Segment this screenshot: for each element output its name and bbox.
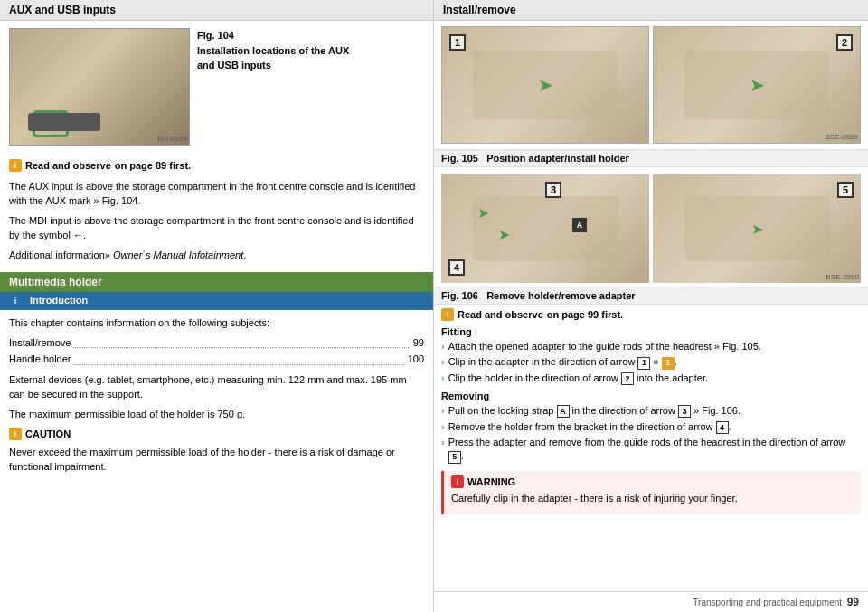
caution-title: CAUTION bbox=[25, 427, 71, 442]
toc-label-1: Install/remove bbox=[9, 335, 71, 351]
warning-header: ! WARNING bbox=[451, 475, 854, 488]
fig106-img-left: 4 A 3 ➤ ➤ bbox=[441, 174, 649, 283]
fitting-text-2: Clip in the adapter in the direction of … bbox=[448, 355, 677, 369]
removing-bullet-2: › Remove the holder from the bracket in … bbox=[441, 420, 861, 434]
right-read-observe-icon: ! bbox=[441, 308, 454, 321]
removing-text-2: Remove the holder from the bracket in th… bbox=[448, 420, 731, 434]
right-read-observe-page: on page 99 first. bbox=[547, 309, 623, 320]
fig105-caption-bar: Fig. 105 Position adapter/install holder bbox=[434, 149, 868, 167]
page-number: 99 bbox=[847, 596, 859, 608]
aux-fig-caption: Fig. 104 Installation locations of the A… bbox=[197, 28, 349, 73]
badge-inline-3: 3 bbox=[678, 405, 691, 418]
fitting-arrow-2: › bbox=[441, 355, 445, 369]
toc-label-2: Handle holder bbox=[9, 352, 71, 367]
multimedia-content: This chapter contains information on the… bbox=[0, 310, 433, 485]
aux-content: i Read and observe on page 89 first. The… bbox=[0, 153, 433, 272]
chapter-text: This chapter contains information on the… bbox=[9, 315, 424, 331]
badge-2: 2 bbox=[836, 34, 853, 51]
left-panel: AUX and USB inputs BIT-0245 Fig. 104 Ins… bbox=[0, 0, 434, 612]
aux-para1: The AUX input is above the storage compa… bbox=[9, 179, 424, 209]
right-read-observe-label: Read and observe bbox=[458, 309, 543, 320]
warning-text: Carefully clip in the adapter - there is… bbox=[451, 491, 854, 506]
aux-fig-area: BIT-0245 Fig. 104 Installation locations… bbox=[0, 21, 433, 153]
fitting-text-1: Attach the opened adapter to the guide r… bbox=[448, 340, 761, 353]
caution-text: Never exceed the maximum permissible loa… bbox=[9, 445, 424, 475]
badge-A: A bbox=[572, 218, 587, 232]
aux-para3-italic: Owner´s Manual Infotainment bbox=[113, 250, 243, 260]
aux-section-title: AUX and USB inputs bbox=[9, 4, 116, 16]
badge-3: 3 bbox=[545, 182, 561, 198]
max-load-para: The maximum permissible load of the hold… bbox=[9, 407, 424, 422]
removing-arrow-3: › bbox=[441, 436, 445, 464]
fig105-area: 1 ➤ 2 ➤ BSE-0589 bbox=[434, 21, 868, 149]
install-section-header: Install/remove bbox=[434, 0, 868, 21]
fitting-bullet-3: › Clip the holder in the direction of ar… bbox=[441, 372, 861, 385]
badge-inline-2: 2 bbox=[621, 372, 634, 385]
right-panel: Install/remove 1 ➤ 2 ➤ BSE-0589 Fig. 105… bbox=[434, 0, 868, 612]
arrow-green-3: ➤ bbox=[498, 226, 510, 243]
warning-box: ! WARNING Carefully clip in the adapter … bbox=[441, 471, 861, 515]
badge-inline-4: 4 bbox=[716, 421, 729, 434]
intro-section-header: i Introduction bbox=[0, 292, 433, 310]
fig105-num: Fig. 105 bbox=[441, 153, 478, 164]
external-para: External devices (e.g. tablet, smartphon… bbox=[9, 372, 424, 402]
aux-img-label: BIT-0245 bbox=[158, 135, 187, 143]
right-read-observe: ! Read and observe on page 99 first. bbox=[441, 308, 861, 321]
fig106-img-right: 5 ➤ BSE-0590 bbox=[653, 174, 861, 283]
arrow-green-2: ➤ bbox=[750, 74, 765, 96]
arrow-green-1: ➤ bbox=[538, 74, 553, 96]
removing-arrow-2: › bbox=[441, 420, 445, 434]
right-wrapper: Install/remove 1 ➤ 2 ➤ BSE-0589 Fig. 105… bbox=[434, 0, 868, 612]
aux-read-observe: i Read and observe on page 89 first. bbox=[9, 158, 424, 174]
removing-text-1: Pull on the locking strap A in the direc… bbox=[448, 404, 741, 418]
fitting-section: ! Read and observe on page 99 first. Fit… bbox=[434, 308, 868, 523]
aux-fig-num: Fig. 104 bbox=[197, 28, 349, 43]
read-observe-icon: i bbox=[9, 159, 22, 172]
aux-circle-highlight bbox=[33, 110, 69, 137]
aux-para3: Additional information» Owner´s Manual I… bbox=[9, 248, 424, 263]
fitting-text-3: Clip the holder in the direction of arro… bbox=[448, 372, 708, 385]
toc-dots-2 bbox=[74, 364, 405, 365]
removing-bullet-1: › Pull on the locking strap A in the dir… bbox=[441, 404, 861, 418]
aux-para2: The MDI input is above the storage compa… bbox=[9, 213, 424, 243]
toc-dots-1 bbox=[73, 347, 410, 348]
removing-text-3: Press the adapter and remove from the gu… bbox=[448, 436, 861, 464]
fig105-img-label: BSE-0589 bbox=[826, 133, 858, 141]
footer-bar: Transporting and practical equipment 99 bbox=[434, 591, 868, 612]
removing-title: Removing bbox=[441, 391, 861, 401]
warning-icon: ! bbox=[451, 475, 464, 488]
fig106-area: 4 A 3 ➤ ➤ 5 ➤ BSE-0590 bbox=[434, 171, 868, 287]
caution-box: ! CAUTION Never exceed the maximum permi… bbox=[9, 427, 424, 475]
multimedia-section-title: Multimedia holder bbox=[9, 276, 102, 288]
toc-page-2: 100 bbox=[408, 352, 424, 367]
fitting-bullet-1: › Attach the opened adapter to the guide… bbox=[441, 340, 861, 353]
removing-arrow-1: › bbox=[441, 404, 445, 418]
fig106-num: Fig. 106 bbox=[441, 290, 478, 301]
footer-text: Transporting and practical equipment bbox=[693, 598, 842, 607]
intro-section-title: Introduction bbox=[30, 295, 88, 306]
caution-icon: ! bbox=[9, 428, 22, 440]
toc-row-1: Install/remove 99 bbox=[9, 335, 424, 351]
read-observe-page: on page 89 first. bbox=[115, 158, 191, 174]
fig106-img-label: BSE-0590 bbox=[826, 273, 859, 281]
fig105-img-right: 2 ➤ BSE-0589 bbox=[653, 26, 861, 144]
toc-row-2: Handle holder 100 bbox=[9, 352, 424, 367]
install-section-title: Install/remove bbox=[443, 4, 516, 16]
badge-inline-5: 5 bbox=[448, 451, 461, 464]
badge-inline-1b: 1 bbox=[662, 357, 675, 370]
removing-bullet-3: › Press the adapter and remove from the … bbox=[441, 436, 861, 464]
aux-fig-caption-line1: Installation locations of the AUX bbox=[197, 43, 349, 59]
multimedia-section-header: Multimedia holder bbox=[0, 272, 433, 292]
badge-5: 5 bbox=[837, 182, 854, 198]
fig105-img-left: 1 ➤ bbox=[441, 26, 649, 144]
read-observe-label: Read and observe bbox=[25, 158, 111, 174]
arrow-green-5: ➤ bbox=[751, 221, 763, 238]
toc-page-1: 99 bbox=[413, 335, 424, 351]
fitting-title: Fitting bbox=[441, 326, 861, 337]
aux-section-header: AUX and USB inputs bbox=[0, 0, 433, 21]
fig106-caption-bar: Fig. 106 Remove holder/remove adapter bbox=[434, 287, 868, 305]
aux-fig-caption-line2: and USB inputs bbox=[197, 58, 349, 73]
fitting-bullet-2: › Clip in the adapter in the direction o… bbox=[441, 355, 861, 369]
badge-inline-A: A bbox=[557, 405, 570, 418]
aux-figure-image: BIT-0245 bbox=[9, 28, 190, 146]
